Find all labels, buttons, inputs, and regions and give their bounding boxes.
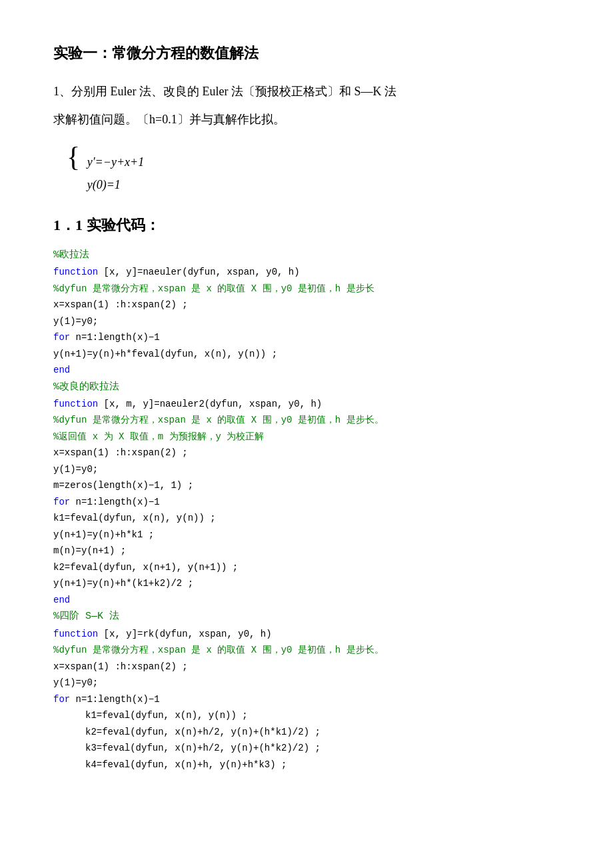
euler2-end: end: [53, 592, 560, 609]
euler2-func-rest: [x, m, y]=naeuler2(dyfun, xspan, y0, h): [98, 399, 322, 409]
euler-function-keyword: function: [53, 267, 98, 277]
code-container: %欧拉法 function [x, y]=naeuler(dyfun, xspa…: [53, 247, 560, 773]
rk4-func-line: function [x, y]=rk(dyfun, xspan, y0, h): [53, 626, 560, 643]
euler2-for-rest: n=1:length(x)−1: [70, 497, 159, 507]
euler-for-rest: n=1:length(x)−1: [70, 332, 159, 343]
rk4-body1: k1=feval(dyfun, x(n), y(n)) ;: [53, 707, 560, 724]
euler-for-keyword: for: [53, 332, 70, 343]
rk4-for-rest: n=1:length(x)−1: [70, 694, 159, 705]
euler2-line3: m=zeros(length(x)−1, 1) ;: [53, 477, 560, 494]
euler2-body5: y(n+1)=y(n)+h*(k1+k2)/2 ;: [53, 575, 560, 592]
formula-eq1: y′=−y+x+1: [87, 151, 145, 173]
formula-lines: y′=−y+x+1 y(0)=1: [87, 151, 145, 196]
euler2-section-comment: %改良的欧拉法: [53, 379, 560, 396]
euler2-comment2: %返回值 x 为 X 取值，m 为预报解，y 为校正解: [53, 429, 560, 445]
euler2-for: for n=1:length(x)−1: [53, 494, 560, 511]
left-brace: {: [67, 141, 80, 172]
rk4-body4: k4=feval(dyfun, x(n)+h, y(n)+h*k3) ;: [53, 757, 560, 773]
problem-line1: 1、分别用 Euler 法、改良的 Euler 法〔预报校正格式〕和 S—K 法: [53, 80, 560, 103]
euler-func-rest: [x, y]=naeuler(dyfun, xspan, y0, h): [98, 267, 299, 277]
rk4-section-comment: %四阶 S—K 法: [53, 608, 560, 625]
section-heading: 1．1 实验代码：: [53, 212, 560, 239]
euler2-body4: k2=feval(dyfun, x(n+1), y(n+1)) ;: [53, 559, 560, 576]
euler2-for-keyword: for: [53, 497, 70, 507]
rk4-body3: k3=feval(dyfun, x(n)+h/2, y(n)+(h*k2)/2)…: [53, 740, 560, 757]
rk4-comment1: %dyfun 是常微分方程，xspan 是 x 的取值 X 围，y0 是初值，h…: [53, 642, 560, 659]
page-title: 实验一：常微分方程的数值解法: [53, 40, 560, 67]
euler2-line2: y(1)=y0;: [53, 461, 560, 478]
rk4-body2: k2=feval(dyfun, x(n)+h/2, y(n)+(h*k1)/2)…: [53, 724, 560, 741]
euler2-func-line: function [x, m, y]=naeuler2(dyfun, xspan…: [53, 396, 560, 413]
euler-end: end: [53, 362, 560, 379]
euler2-body2: y(n+1)=y(n)+h*k1 ;: [53, 527, 560, 543]
euler-func-line: function [x, y]=naeuler(dyfun, xspan, y0…: [53, 264, 560, 281]
euler-comment: %欧拉法: [53, 247, 560, 264]
rk4-for-keyword: for: [53, 694, 70, 705]
rk4-function-keyword: function: [53, 629, 98, 639]
euler2-comment1: %dyfun 是常微分方程，xspan 是 x 的取值 X 围，y0 是初值，h…: [53, 412, 560, 429]
rk4-line2: y(1)=y0;: [53, 675, 560, 691]
euler-body: y(n+1)=y(n)+h*feval(dyfun, x(n), y(n)) ;: [53, 346, 560, 363]
rk4-func-rest: [x, y]=rk(dyfun, xspan, y0, h): [98, 629, 271, 639]
problem-line2: 求解初值问题。〔h=0.1〕并与真解作比拟。: [53, 108, 560, 131]
rk4-for: for n=1:length(x)−1: [53, 691, 560, 708]
euler2-body1: k1=feval(dyfun, x(n), y(n)) ;: [53, 510, 560, 527]
euler-for: for n=1:length(x)−1: [53, 329, 560, 346]
formula-eq2: y(0)=1: [87, 173, 145, 196]
euler-comment1: %dyfun 是常微分方程，xspan 是 x 的取值 X 围，y0 是初值，h…: [53, 281, 560, 297]
euler2-function-keyword: function: [53, 399, 98, 409]
euler2-line1: x=xspan(1) :h:xspan(2) ;: [53, 445, 560, 461]
euler-line1: x=xspan(1) :h:xspan(2) ;: [53, 297, 560, 313]
rk4-line1: x=xspan(1) :h:xspan(2) ;: [53, 659, 560, 675]
formula-block: { y′=−y+x+1 y(0)=1: [67, 143, 560, 196]
euler-line2: y(1)=y0;: [53, 313, 560, 330]
euler2-body3: m(n)=y(n+1) ;: [53, 543, 560, 559]
